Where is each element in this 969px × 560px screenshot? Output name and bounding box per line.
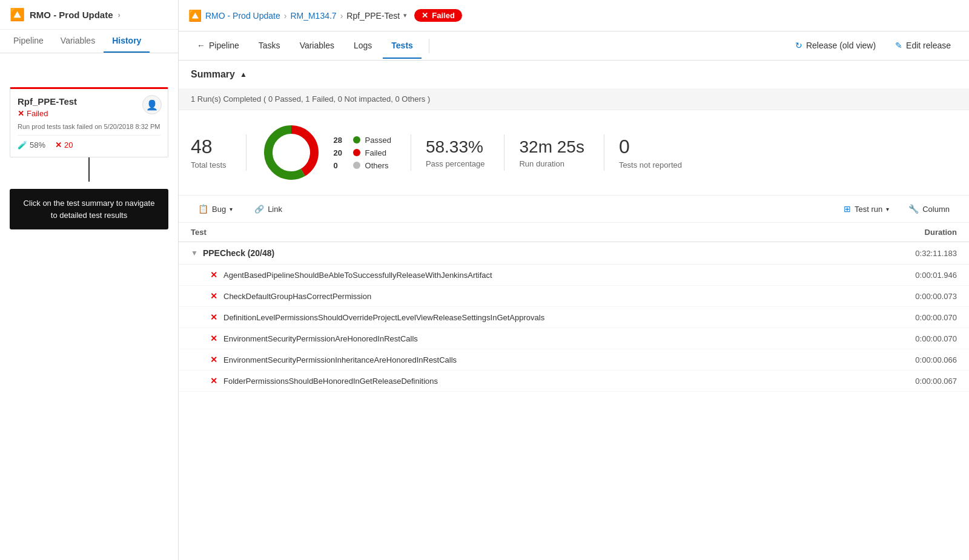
- sidebar-tab-history[interactable]: History: [104, 30, 150, 53]
- app-icon: 🔼: [10, 7, 25, 22]
- table-row[interactable]: ✕ FolderPermissionsShouldBeHonoredInGetR…: [179, 371, 969, 392]
- passed-count: 28: [334, 136, 348, 145]
- sidebar-tab-variables[interactable]: Variables: [52, 30, 104, 53]
- table-row[interactable]: ✕ AgentBasedPipelineShouldBeAbleToSucces…: [179, 265, 969, 286]
- tooltip-box: Click on the test summary to navigate to…: [10, 189, 168, 229]
- navbar: ← Pipeline Tasks Variables Logs Tests ↻ …: [179, 31, 969, 61]
- test-toolbar: 📋 Bug ▾ 🔗 Link ⊞ Test run ▾ 🔧 Column: [179, 196, 969, 223]
- sidebar: 🔼 RMO - Prod Update › Pipeline Variables…: [0, 0, 179, 560]
- stat-divider-2: [411, 134, 411, 171]
- table-row[interactable]: ✕ CheckDefaultGroupHasCorrectPermission …: [179, 286, 969, 307]
- fail-x-icon: ✕: [210, 270, 217, 280]
- avatar-button[interactable]: 👤: [142, 95, 162, 114]
- bug-chevron-icon: ▾: [230, 206, 233, 212]
- card-description: Run prod tests task failed on 5/20/2018 …: [18, 123, 160, 130]
- col-duration-header: Duration: [872, 228, 957, 237]
- bc-rm[interactable]: RM_M134.7: [290, 11, 336, 21]
- pipeline-card[interactable]: 👤 Rpf_PPE-Test ✕ Failed Run prod tests t…: [10, 87, 168, 157]
- back-arrow-icon: ←: [197, 41, 205, 50]
- badge-text: Failed: [432, 11, 455, 20]
- group-name: PPECheck (20/48): [203, 248, 872, 258]
- fail-x-icon: ✕: [210, 291, 217, 301]
- test-run-button[interactable]: ⊞ Test run ▾: [836, 200, 896, 217]
- nav-logs[interactable]: Logs: [345, 33, 380, 59]
- test-duration: 0:00:00.067: [872, 377, 957, 386]
- bc-dropdown-icon[interactable]: ▾: [403, 12, 407, 19]
- legend-failed: 20 Failed: [334, 148, 391, 157]
- test-duration: 0:00:01.946: [872, 271, 957, 280]
- fail-stat: ✕ 20: [55, 140, 73, 150]
- table-row[interactable]: ✕ EnvironmentSecurityPermissionAreHonore…: [179, 328, 969, 349]
- edit-icon: ✎: [895, 41, 902, 50]
- column-button[interactable]: 🔧 Column: [901, 200, 957, 217]
- others-dot: [353, 162, 360, 169]
- run-duration-number: 32m 25s: [519, 137, 584, 157]
- bc-rmo[interactable]: RMO - Prod Update: [205, 11, 280, 21]
- sidebar-content: 👤 Rpf_PPE-Test ✕ Failed Run prod tests t…: [0, 53, 178, 560]
- nav-variables[interactable]: Variables: [291, 33, 343, 59]
- tooltip-connector-line: [88, 157, 90, 182]
- breadcrumb-arrow: ›: [118, 10, 121, 19]
- sidebar-tabs: Pipeline Variables History: [0, 30, 178, 53]
- group-duration: 0:32:11.183: [872, 249, 957, 258]
- donut-section: 28 Passed 20 Failed 0 Others: [261, 122, 411, 183]
- run-duration-stat: 32m 25s Run duration: [519, 137, 603, 168]
- not-reported-label: Tests not reported: [619, 160, 682, 170]
- bc-sep-2: ›: [340, 11, 343, 21]
- test-duration: 0:00:00.070: [872, 334, 957, 343]
- tooltip-text: Click on the test summary to navigate to…: [24, 199, 155, 220]
- fail-count: 20: [64, 140, 73, 150]
- breadcrumb: 🔼 RMO - Prod Update › RM_M134.7 › Rpf_PP…: [188, 9, 407, 22]
- test-duration: 0:00:00.073: [872, 292, 957, 301]
- fail-x-icon: ✕: [210, 376, 217, 386]
- total-tests-label: Total tests: [191, 160, 227, 170]
- test-name: FolderPermissionsShouldBeHonoredInGetRel…: [223, 377, 872, 386]
- card-title: Rpf_PPE-Test: [18, 96, 160, 107]
- summary-title: Summary: [191, 69, 235, 80]
- nav-tasks[interactable]: Tasks: [250, 33, 289, 59]
- pass-pct-label: Pass percentage: [426, 159, 485, 168]
- summary-bar-text: 1 Run(s) Completed ( 0 Passed, 1 Failed,…: [191, 94, 430, 104]
- summary-header[interactable]: Summary ▲: [179, 61, 969, 88]
- table-row[interactable]: ✕ EnvironmentSecurityPermissionInheritan…: [179, 349, 969, 371]
- link-button[interactable]: 🔗 Link: [247, 201, 289, 217]
- pass-pct-number: 58.33%: [426, 137, 483, 157]
- failed-count: 20: [334, 148, 348, 157]
- sidebar-tab-pipeline[interactable]: Pipeline: [5, 30, 52, 53]
- status-badge: ✕ Failed: [414, 9, 462, 22]
- pass-pct-stat: 58.33% Pass percentage: [426, 137, 504, 168]
- nav-divider: [429, 39, 429, 53]
- nav-pipeline[interactable]: ← Pipeline: [188, 33, 248, 59]
- bug-button[interactable]: 📋 Bug ▾: [191, 200, 240, 217]
- topbar: 🔼 RMO - Prod Update › RM_M134.7 › Rpf_PP…: [179, 0, 969, 31]
- nav-tests[interactable]: Tests: [383, 33, 422, 59]
- expand-icon: ▼: [191, 249, 198, 257]
- nav-edit-release[interactable]: ✎ Edit release: [887, 33, 959, 59]
- summary-stats: 48 Total tests 28 Passed: [179, 110, 969, 196]
- bug-icon: 📋: [198, 204, 208, 214]
- main-content: 🔼 RMO - Prod Update › RM_M134.7 › Rpf_PP…: [179, 0, 969, 560]
- app-title[interactable]: RMO - Prod Update: [30, 10, 113, 20]
- table-row[interactable]: ▼ PPECheck (20/48) 0:32:11.183: [179, 242, 969, 265]
- test-name: EnvironmentSecurityPermissionInheritance…: [223, 355, 872, 364]
- test-run-icon: ⊞: [844, 204, 851, 214]
- table-header: Test Duration: [179, 223, 969, 242]
- not-reported-number: 0: [619, 136, 630, 158]
- nav-right: ↻ Release (old view) ✎ Edit release: [787, 33, 959, 59]
- summary-bar: 1 Run(s) Completed ( 0 Passed, 1 Failed,…: [179, 88, 969, 110]
- column-icon: 🔧: [908, 204, 919, 214]
- stat-divider-4: [604, 134, 604, 171]
- run-duration-label: Run duration: [519, 159, 564, 168]
- passed-label: Passed: [365, 136, 391, 145]
- nav-release-old[interactable]: ↻ Release (old view): [787, 33, 884, 59]
- others-label: Others: [365, 161, 389, 170]
- test-run-chevron-icon: ▾: [886, 206, 889, 212]
- test-duration: 0:00:00.070: [872, 313, 957, 322]
- sidebar-header: 🔼 RMO - Prod Update ›: [0, 0, 178, 30]
- others-count: 0: [334, 161, 348, 170]
- failed-dot: [353, 149, 360, 156]
- table-row[interactable]: ✕ DefinitionLevelPermissionsShouldOverri…: [179, 307, 969, 328]
- bc-current[interactable]: Rpf_PPE-Test: [346, 11, 400, 21]
- fail-x-icon: ✕: [210, 312, 217, 322]
- donut-chart[interactable]: [261, 122, 322, 183]
